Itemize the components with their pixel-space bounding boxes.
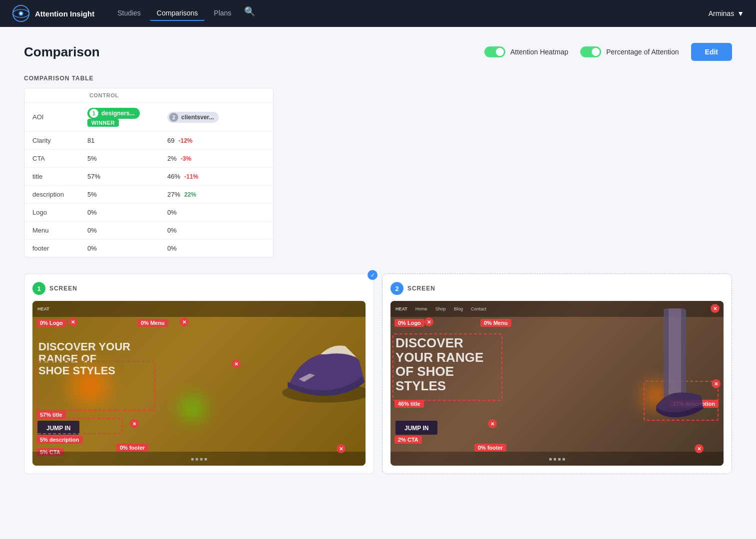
screen-1-heat-label: HEAT bbox=[37, 306, 49, 311]
nav-plans[interactable]: Plans bbox=[207, 6, 238, 21]
delta-clarity: -12% bbox=[178, 137, 192, 144]
header-controls: Attention Heatmap Percentage of Attentio… bbox=[484, 43, 732, 61]
aoi-title-label-2: 46% title bbox=[394, 400, 424, 408]
screens-row: ✓ 1 SCREEN HEAT 0% Logo bbox=[24, 273, 732, 474]
screen-1-num: 1 bbox=[32, 282, 45, 295]
screen-2-nav-blog: Blog bbox=[454, 306, 463, 311]
v1-cta: 5% bbox=[87, 155, 167, 162]
aoi-x-cta-2: ✕ bbox=[488, 419, 497, 428]
aoi-footer-label-2: 0% footer bbox=[474, 444, 506, 452]
shoe-svg-1 bbox=[266, 316, 366, 426]
aoi-menu: Menu bbox=[32, 227, 87, 234]
page-title: Comparison bbox=[24, 44, 484, 60]
v2-title: 46% -11% bbox=[167, 173, 265, 180]
v2-menu: 0% bbox=[167, 227, 265, 234]
page-header: Comparison Attention Heatmap Percentage … bbox=[24, 43, 732, 61]
table-col-aoi-header bbox=[32, 92, 87, 98]
nav-comparisons[interactable]: Comparisons bbox=[150, 6, 205, 21]
v2-logo: 0% bbox=[167, 209, 265, 216]
comparison-table-section-title: COMPARISON TABLE bbox=[24, 75, 732, 82]
screen-card-1: ✓ 1 SCREEN HEAT 0% Logo bbox=[24, 273, 374, 474]
heatmap-toggle[interactable] bbox=[484, 46, 505, 57]
attention-toggle-group: Percentage of Attention bbox=[580, 46, 679, 57]
aoi-menu-label-1: 0% Menu bbox=[137, 319, 168, 327]
aoi-menu-label-2: 0% Menu bbox=[480, 319, 511, 327]
aoi-cta-label-2: 2% CTA bbox=[394, 436, 422, 444]
aoi-logo-label-2: 0% Logo bbox=[394, 319, 424, 327]
search-icon[interactable]: 🔍 bbox=[244, 6, 255, 21]
screen-2-heat-label: HEAT bbox=[395, 306, 407, 311]
aoi-clarity: Clarity bbox=[32, 137, 87, 144]
v2-description: 27% 22% bbox=[167, 191, 265, 198]
v2-badge-text: clientsver... bbox=[181, 114, 214, 121]
v1-clarity: 81 bbox=[87, 137, 167, 144]
v2-badge-num: 2 bbox=[169, 113, 178, 122]
aoi-cta: CTA bbox=[32, 155, 87, 162]
screen-1-title: 1 SCREEN bbox=[32, 282, 366, 295]
screen-2-nav-shop: Shop bbox=[435, 306, 446, 311]
logo-icon bbox=[12, 4, 30, 22]
aoi-logo-overlay-2: 0% Logo bbox=[394, 319, 424, 327]
aoi-x-logo-2: ✕ bbox=[424, 317, 433, 326]
v2-footer: 0% bbox=[167, 245, 265, 252]
aoi-label: AOI bbox=[32, 113, 43, 121]
table-v1-cell-aoi: 1 designers... WINNER bbox=[87, 108, 167, 126]
table-row-clarity: Clarity 81 69 -12% bbox=[24, 131, 273, 149]
table-row-aoi: AOI 1 designers... WINNER 2 clientsver..… bbox=[24, 102, 273, 131]
table-col-control-header: CONTROL bbox=[87, 92, 265, 98]
aoi-logo: Logo bbox=[32, 209, 87, 216]
nav-studies[interactable]: Studies bbox=[110, 6, 148, 21]
heatmap-1: HEAT 0% Logo ✕ 0% Menu ✕ DISCOVER YOURRA… bbox=[32, 301, 366, 466]
screen-2-nav-contact: Contact bbox=[471, 306, 486, 311]
brand-name: Attention Insight bbox=[35, 9, 94, 18]
v1-title: 57% bbox=[87, 173, 167, 180]
table-row-title: title 57% 46% -11% bbox=[24, 167, 273, 185]
user-menu[interactable]: Arminas ▼ bbox=[709, 9, 744, 17]
aoi-menu-overlay-2: 0% Menu bbox=[480, 319, 511, 327]
v2-badge: 2 clientsver... bbox=[167, 112, 219, 123]
navbar: Attention Insight Studies Comparisons Pl… bbox=[0, 0, 756, 27]
aoi-logo-label-1: 0% Logo bbox=[36, 319, 66, 327]
winner-badge: WINNER bbox=[87, 119, 119, 127]
attention-toggle-label: Percentage of Attention bbox=[606, 48, 679, 56]
footer-icons-2: ■ ■ ■ ■ bbox=[549, 456, 565, 462]
shoe-svg-2 bbox=[629, 301, 724, 466]
v2-cta: 2% -3% bbox=[167, 155, 265, 162]
aoi-footer-label-1: 0% footer bbox=[116, 444, 148, 452]
aoi-title-label-1: 57% title bbox=[36, 411, 66, 419]
attention-toggle[interactable] bbox=[580, 46, 601, 57]
table-v2-cell-aoi: 2 clientsver... bbox=[167, 112, 265, 123]
brand: Attention Insight bbox=[12, 4, 94, 22]
screen-2-nav-home: Home bbox=[415, 306, 427, 311]
edit-button[interactable]: Edit bbox=[691, 43, 732, 61]
cta-2-text: JUMP IN bbox=[404, 425, 428, 432]
v1-badge-text: designers... bbox=[101, 110, 135, 117]
v1-description: 5% bbox=[87, 191, 167, 198]
v1-badge-num: 1 bbox=[89, 109, 98, 118]
screen-1-label: SCREEN bbox=[49, 285, 77, 292]
delta-title: -11% bbox=[184, 173, 198, 180]
shoe-image-1 bbox=[199, 301, 366, 466]
table-row-logo: Logo 0% 0% bbox=[24, 203, 273, 221]
aoi-menu-overlay-1: 0% Menu bbox=[137, 319, 168, 327]
nav-links: Studies Comparisons Plans 🔍 bbox=[110, 6, 693, 21]
table-aoi-cell: AOI bbox=[32, 113, 87, 121]
table-row-footer: footer 0% 0% bbox=[24, 239, 273, 257]
heatmap-toggle-label: Attention Heatmap bbox=[510, 48, 568, 56]
screen-2-title: 2 SCREEN bbox=[390, 282, 724, 295]
svg-point-3 bbox=[20, 12, 22, 15]
aoi-title-overlay-1 bbox=[35, 361, 155, 411]
aoi-logo-overlay-1: 0% Logo bbox=[36, 319, 66, 327]
screen-card-2: 2 SCREEN HEAT Home Shop Blog Contact ✕ bbox=[382, 273, 732, 474]
heatmap-2: HEAT Home Shop Blog Contact ✕ 0% Logo ✕ … bbox=[390, 301, 724, 466]
aoi-title: title bbox=[32, 173, 87, 180]
table-row-description: description 5% 27% 22% bbox=[24, 185, 273, 203]
aoi-description: description bbox=[32, 191, 87, 198]
aoi-title-overlay-2 bbox=[392, 333, 502, 401]
table-header-row: CONTROL bbox=[24, 88, 273, 102]
v1-logo: 0% bbox=[87, 209, 167, 216]
delta-description: 22% bbox=[184, 191, 196, 198]
aoi-x-logo-1: ✕ bbox=[68, 317, 77, 326]
table-row-menu: Menu 0% 0% bbox=[24, 221, 273, 239]
aoi-x-desc-1: ✕ bbox=[130, 419, 139, 428]
